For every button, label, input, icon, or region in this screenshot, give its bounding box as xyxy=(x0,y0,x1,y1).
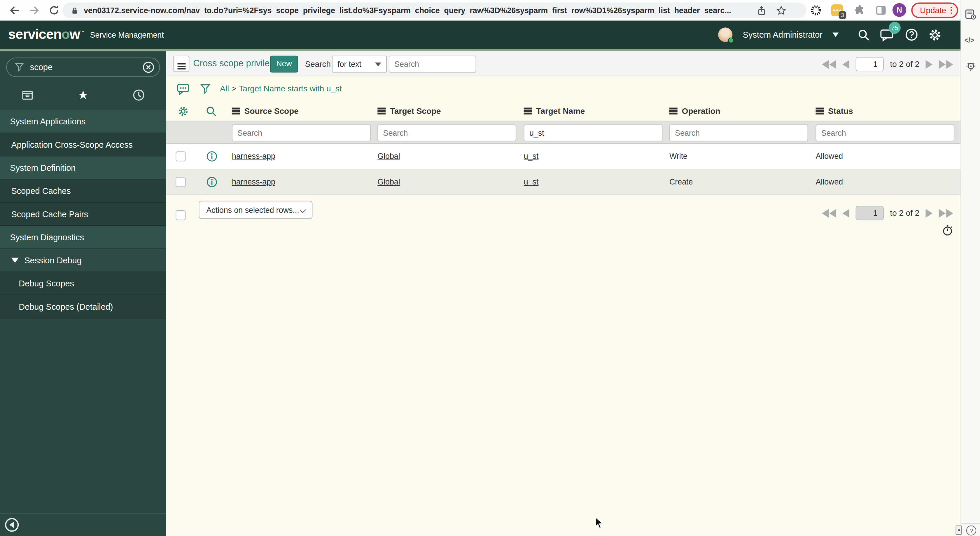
user-menu-caret-icon[interactable] xyxy=(832,32,838,37)
list-comments-icon[interactable] xyxy=(177,83,189,95)
last-page-icon[interactable] xyxy=(939,209,953,217)
sidebar-item-debug-scopes[interactable]: Debug Scopes xyxy=(0,272,166,295)
filter-target-scope-input[interactable] xyxy=(377,124,516,141)
sidebar-item-scoped-caches[interactable]: Scoped Caches xyxy=(0,180,166,203)
breadcrumb-filter-icon[interactable] xyxy=(200,83,211,94)
last-page-icon[interactable] xyxy=(939,60,953,69)
right-utility-strip: </> ? xyxy=(961,0,980,536)
new-record-button[interactable]: New xyxy=(270,56,298,73)
global-search-icon[interactable] xyxy=(858,29,870,41)
previous-page-icon[interactable] xyxy=(843,209,850,217)
browser-menu-icon[interactable] xyxy=(951,7,952,14)
page-number-input[interactable] xyxy=(856,206,884,220)
sidebar-item-system-applications[interactable]: System Applications xyxy=(0,110,166,133)
response-time-icon[interactable] xyxy=(942,225,953,236)
navigator-filter[interactable] xyxy=(6,57,160,77)
sidebar-item-debug-scopes-detailed[interactable]: Debug Scopes (Detailed) xyxy=(0,295,166,318)
update-label: Update xyxy=(920,6,946,15)
previous-page-icon[interactable] xyxy=(843,60,850,69)
breadcrumb-all-link[interactable]: All xyxy=(220,84,229,93)
row-checkbox[interactable] xyxy=(176,177,186,187)
table-row: harness-app Global u_st Write Allowed xyxy=(166,144,961,170)
help-icon[interactable] xyxy=(905,28,918,41)
spinner-extension-icon[interactable] xyxy=(810,5,822,16)
page-number-input[interactable] xyxy=(856,57,884,71)
column-header-operation[interactable]: Operation xyxy=(670,106,720,116)
next-page-icon[interactable] xyxy=(926,60,933,69)
back-icon[interactable] xyxy=(9,5,21,16)
forward-icon[interactable] xyxy=(28,5,40,16)
address-bar[interactable]: ven03172.service-now.com/nav_to.do?uri=%… xyxy=(62,3,806,18)
column-header-source-scope[interactable]: Source Scope xyxy=(232,106,299,116)
row-checkbox[interactable] xyxy=(176,152,186,161)
record-preview-icon[interactable] xyxy=(206,151,218,162)
first-page-icon[interactable] xyxy=(822,209,836,217)
app-navigator: ★ System Applications Application Cross-… xyxy=(0,51,166,536)
cell-target-name[interactable]: u_st xyxy=(524,178,539,187)
extensions-puzzle-icon[interactable] xyxy=(854,5,865,16)
form-preview-icon[interactable] xyxy=(965,9,977,21)
select-all-checkbox[interactable] xyxy=(176,210,186,220)
navigator-footer xyxy=(0,513,166,536)
product-name: Service Management xyxy=(90,31,164,40)
breadcrumb-band: All>Target Name starts with u_st xyxy=(166,76,961,101)
settings-gear-icon[interactable] xyxy=(928,28,942,41)
breadcrumb-query-link[interactable]: Target Name starts with u_st xyxy=(239,84,342,93)
list-search-input[interactable] xyxy=(389,56,476,73)
sidebar-item-application-cross-scope-access[interactable]: Application Cross-Scope Access xyxy=(0,133,166,156)
column-search-toggle-icon[interactable] xyxy=(205,106,217,117)
cell-target-scope[interactable]: Global xyxy=(377,178,400,187)
actions-select[interactable]: Actions on selected rows... xyxy=(199,201,312,219)
filter-target-name-input[interactable] xyxy=(524,124,663,141)
column-header-status[interactable]: Status xyxy=(816,106,853,116)
code-toggle-icon[interactable]: </> xyxy=(964,36,974,44)
cell-operation: Write xyxy=(670,152,687,161)
tab-all-applications[interactable] xyxy=(0,84,56,106)
column-menu-icon xyxy=(377,108,386,110)
filter-source-scope-input[interactable] xyxy=(232,124,371,141)
update-button[interactable]: Update xyxy=(911,3,958,18)
side-panel-icon[interactable] xyxy=(875,5,887,16)
filter-operation-input[interactable] xyxy=(670,124,808,141)
column-header-target-name[interactable]: Target Name xyxy=(524,106,585,116)
resize-grip[interactable] xyxy=(956,525,962,535)
cell-target-scope[interactable]: Global xyxy=(377,152,400,161)
cell-source-scope[interactable]: harness-app xyxy=(232,178,275,187)
share-icon[interactable] xyxy=(757,6,766,16)
sidebar-item-system-diagnostics[interactable]: System Diagnostics xyxy=(0,226,166,249)
row-range-label: to 2 of 2 xyxy=(890,209,920,218)
record-preview-icon[interactable] xyxy=(206,176,218,188)
browser-profile-avatar[interactable]: N xyxy=(892,3,906,17)
tab-favorites[interactable]: ★ xyxy=(56,84,111,106)
sidebar-item-system-definition[interactable]: System Definition xyxy=(0,156,166,180)
next-page-icon[interactable] xyxy=(926,209,933,217)
reload-icon[interactable] xyxy=(48,5,60,16)
column-header-target-scope[interactable]: Target Scope xyxy=(377,106,441,116)
list-context-menu-button[interactable] xyxy=(173,56,189,72)
hamburger-icon xyxy=(177,63,186,64)
cell-source-scope[interactable]: harness-app xyxy=(232,152,275,161)
star-icon: ★ xyxy=(78,88,89,102)
filter-status-input[interactable] xyxy=(816,124,955,141)
search-type-select[interactable]: for text xyxy=(332,56,387,73)
first-page-icon[interactable] xyxy=(822,60,836,69)
idea-bulb-icon[interactable] xyxy=(965,61,977,73)
navigator-filter-input[interactable] xyxy=(30,62,130,72)
sidebar-item-session-debug[interactable]: Session Debug xyxy=(0,249,166,272)
conversations-icon[interactable]: 75 xyxy=(880,28,895,41)
tab-history[interactable] xyxy=(111,84,166,106)
user-avatar[interactable] xyxy=(718,27,733,42)
select-caret-icon xyxy=(375,62,381,66)
notes-extension-icon[interactable]: 3 xyxy=(831,5,843,16)
cell-target-name[interactable]: u_st xyxy=(524,152,539,161)
list-pane: Cross scope privileges New Search for te… xyxy=(166,51,961,536)
collapse-navigator-button[interactable] xyxy=(5,518,19,531)
strip-help-icon[interactable]: ? xyxy=(966,525,976,535)
clear-filter-icon[interactable] xyxy=(143,61,154,73)
bookmark-star-icon[interactable] xyxy=(776,6,786,16)
user-name[interactable]: System Administrator xyxy=(743,30,822,40)
list-personalize-gear-icon[interactable] xyxy=(178,106,189,117)
clock-icon xyxy=(132,88,145,101)
sidebar-item-scoped-cache-pairs[interactable]: Scoped Cache Pairs xyxy=(0,203,166,226)
cell-operation: Create xyxy=(670,178,693,187)
